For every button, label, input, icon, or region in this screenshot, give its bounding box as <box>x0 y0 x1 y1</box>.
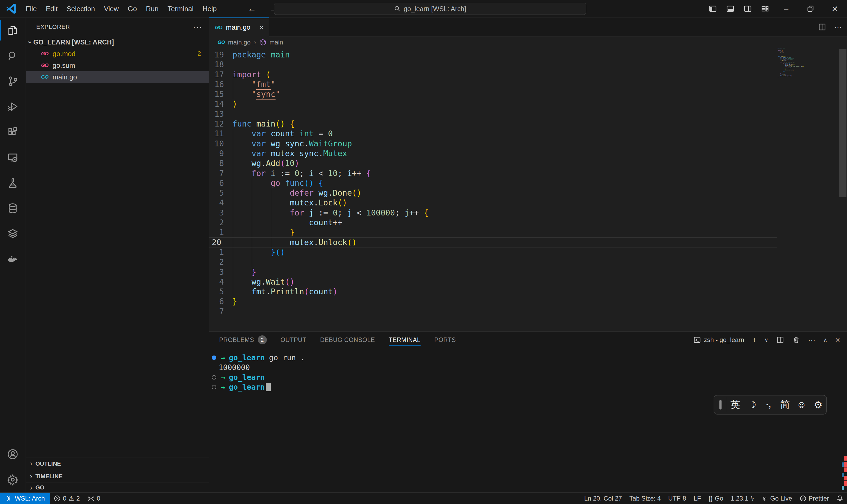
close-panel-icon[interactable]: × <box>835 335 840 345</box>
close-window-button[interactable]: × <box>823 0 847 17</box>
code-line[interactable] <box>778 78 836 79</box>
toggle-secondary-sidebar-icon[interactable] <box>739 4 756 13</box>
ime-punctuation-button[interactable]: ·, <box>760 400 777 409</box>
file-row-go-sum[interactable]: GO go.sum <box>26 59 209 71</box>
indentation[interactable]: Tab Size: 4 <box>626 492 665 504</box>
new-terminal-icon[interactable]: + <box>752 336 756 344</box>
ime-english-mode-button[interactable]: 英 <box>727 398 744 411</box>
code-line[interactable]: 6} <box>209 296 847 306</box>
file-row-go-mod[interactable]: GO go.mod 2 <box>26 48 209 59</box>
extensions-icon[interactable] <box>0 120 25 145</box>
toggle-panel-icon[interactable] <box>722 4 739 13</box>
back-arrow-icon[interactable]: ← <box>248 4 256 14</box>
go-live[interactable]: Go Live <box>758 492 796 504</box>
problems-status[interactable]: 0 ⚠ 2 <box>50 492 84 504</box>
code-line[interactable]: 5 defer wg.Done() <box>209 188 847 198</box>
command-decoration[interactable] <box>212 375 219 380</box>
notifications-bell[interactable] <box>833 492 847 504</box>
command-decoration[interactable] <box>212 385 219 390</box>
ime-halfwidth-moon-icon[interactable]: ☽ <box>744 399 760 411</box>
editor-more-actions-icon[interactable]: ··· <box>834 23 842 31</box>
eol-sequence[interactable]: LF <box>690 492 705 504</box>
minimize-button[interactable]: – <box>774 0 798 17</box>
code-line[interactable]: 10 var wg sync.WaitGroup <box>209 139 847 148</box>
code-line[interactable]: 7 <box>209 307 847 316</box>
tab-terminal[interactable]: TERMINAL <box>389 332 420 348</box>
menu-help[interactable]: Help <box>198 3 221 15</box>
code-line[interactable]: 3 for j := 0; j < 100000; j++ { <box>209 208 847 218</box>
code-line[interactable]: 16 "fmt" <box>209 79 847 89</box>
kill-terminal-icon[interactable] <box>792 336 800 344</box>
accounts-icon[interactable] <box>0 442 25 467</box>
terminal-line[interactable]: →go_learn go run . <box>212 353 305 363</box>
tree-root-go-learn[interactable]: › GO_LEARN [WSL: ARCH] <box>26 36 209 48</box>
code-line-current[interactable]: 20 mutex.Unlock() <box>209 237 847 247</box>
ime-settings-gear-icon[interactable]: ⚙ <box>810 399 827 411</box>
menu-go[interactable]: Go <box>123 3 142 15</box>
menu-selection[interactable]: Selection <box>62 3 100 15</box>
code-line[interactable]: 19package main <box>209 50 847 59</box>
code-line[interactable]: 1 } <box>209 228 847 237</box>
remote-explorer-icon[interactable] <box>0 145 25 170</box>
terminal-instance[interactable]: zsh - go_learn <box>693 336 744 344</box>
customize-layout-icon[interactable] <box>756 4 774 13</box>
command-center-search[interactable]: go_learn [WSL: Arch] <box>274 3 586 15</box>
command-decoration-success[interactable] <box>212 356 219 360</box>
search-icon[interactable] <box>0 43 25 69</box>
breadcrumb-symbol[interactable]: main <box>269 39 283 46</box>
code-line[interactable]: 13 <box>209 109 847 119</box>
section-timeline[interactable]: › TIMELINE <box>26 470 209 483</box>
minimap[interactable]: package mainimport ( "fmt" "sync")func m… <box>778 48 836 79</box>
code-line[interactable]: 3 } <box>209 267 847 277</box>
menu-view[interactable]: View <box>100 3 123 15</box>
menu-file[interactable]: File <box>21 3 41 15</box>
code-line[interactable]: 17import ( <box>209 70 847 79</box>
split-editor-icon[interactable] <box>818 23 826 31</box>
code-editor[interactable]: 19package main1817import (16 "fmt"15 "sy… <box>209 48 847 331</box>
code-line[interactable]: 2 <box>209 257 847 267</box>
code-line[interactable]: 14) <box>209 99 847 109</box>
code-line[interactable]: 9 var mutex sync.Mutex <box>209 148 847 158</box>
ime-emoji-button[interactable]: ☺ <box>793 399 810 410</box>
remote-indicator[interactable]: WSL: Arch <box>0 492 50 504</box>
explorer-more-actions-icon[interactable]: ··· <box>193 22 202 32</box>
tab-main-go[interactable]: GO main.go × <box>209 17 269 37</box>
panel-more-actions-icon[interactable]: ··· <box>808 336 815 344</box>
code-line[interactable]: 4 mutex.Lock() <box>209 198 847 208</box>
terminal-line[interactable]: 1000000 <box>212 363 305 373</box>
tab-output[interactable]: OUTPUT <box>281 332 307 348</box>
docker-icon[interactable] <box>0 247 25 272</box>
code-line[interactable]: 2 count++ <box>209 218 847 228</box>
source-control-icon[interactable] <box>0 69 25 94</box>
tab-problems[interactable]: PROBLEMS2 <box>219 332 267 348</box>
code-line[interactable]: 11 var count int = 0 <box>209 129 847 139</box>
ime-drag-handle[interactable] <box>719 400 722 410</box>
split-terminal-icon[interactable] <box>776 336 784 344</box>
code-line[interactable]: 18 <box>209 59 847 69</box>
code-line[interactable]: 15 "sync" <box>209 89 847 99</box>
terminal-line[interactable]: →go_learn <box>212 373 305 382</box>
code-line[interactable]: 5 fmt.Println(count) <box>209 287 847 296</box>
menu-edit[interactable]: Edit <box>41 3 62 15</box>
explorer-icon[interactable] <box>0 18 25 43</box>
tab-debug-console[interactable]: DEBUG CONSOLE <box>320 332 375 348</box>
language-mode[interactable]: {}Go <box>705 492 727 504</box>
cursor-position[interactable]: Ln 20, Col 27 <box>580 492 626 504</box>
breadcrumb-file[interactable]: main.go <box>228 39 251 46</box>
prettier-status[interactable]: Prettier <box>796 492 833 504</box>
file-row-main-go[interactable]: GO main.go <box>26 71 209 83</box>
layers-icon[interactable] <box>0 221 25 247</box>
tab-ports[interactable]: PORTS <box>434 332 456 348</box>
terminal-output[interactable]: →go_learn go run .1000000→go_learn→go_le… <box>212 353 305 392</box>
editor-scrollbar[interactable] <box>839 49 846 197</box>
menu-run[interactable]: Run <box>141 3 163 15</box>
ports-status[interactable]: 0 <box>84 492 104 504</box>
maximize-panel-icon[interactable]: ∧ <box>824 337 827 343</box>
toggle-sidebar-icon[interactable] <box>704 4 722 13</box>
code-line[interactable]: 12func main() { <box>209 119 847 129</box>
terminal-dropdown-icon[interactable]: ∨ <box>764 337 769 343</box>
code-line[interactable]: 1 }() <box>209 247 847 257</box>
code-line[interactable]: 6 go func() { <box>209 178 847 188</box>
restore-button[interactable] <box>798 0 823 17</box>
terminal-line[interactable]: →go_learn <box>212 382 305 392</box>
